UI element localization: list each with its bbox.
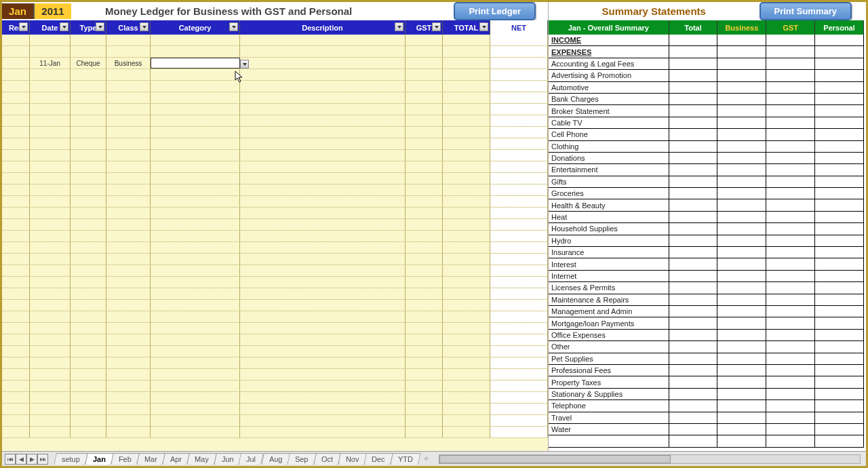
cell[interactable] xyxy=(443,35,490,45)
summary-value[interactable] xyxy=(766,117,815,129)
cell[interactable] xyxy=(106,35,151,45)
cell[interactable] xyxy=(443,231,490,241)
cell[interactable] xyxy=(106,254,151,265)
cell[interactable] xyxy=(71,161,106,172)
cell[interactable] xyxy=(106,415,151,426)
summary-value[interactable] xyxy=(815,153,864,164)
cell[interactable] xyxy=(240,35,406,45)
cell[interactable] xyxy=(443,415,490,426)
summary-row[interactable]: Health & Beauty xyxy=(549,199,864,211)
cell[interactable] xyxy=(240,369,406,380)
summary-value[interactable] xyxy=(717,223,766,235)
cell[interactable] xyxy=(490,381,548,391)
cell[interactable] xyxy=(71,184,106,195)
cell[interactable] xyxy=(71,69,106,80)
cell[interactable] xyxy=(240,161,406,172)
cell[interactable] xyxy=(71,46,106,57)
cell[interactable] xyxy=(30,254,71,265)
summary-value[interactable] xyxy=(766,212,815,223)
summary-value[interactable] xyxy=(717,94,766,105)
summary-value[interactable] xyxy=(766,164,815,176)
dropdown-icon[interactable] xyxy=(240,60,249,69)
cell[interactable] xyxy=(490,161,548,172)
cell[interactable] xyxy=(406,208,443,218)
cell[interactable] xyxy=(71,196,106,207)
cell[interactable] xyxy=(406,265,443,276)
summary-value[interactable] xyxy=(717,412,766,424)
summary-row[interactable]: Office Expenses xyxy=(549,330,864,341)
summary-value[interactable] xyxy=(815,164,864,176)
cell[interactable] xyxy=(71,219,106,230)
summary-value[interactable] xyxy=(669,176,718,188)
summary-value[interactable] xyxy=(669,235,718,247)
cell[interactable] xyxy=(443,58,490,69)
cell[interactable] xyxy=(443,311,490,322)
cell[interactable] xyxy=(151,300,240,311)
cell[interactable] xyxy=(490,254,548,265)
summary-value[interactable] xyxy=(766,199,815,211)
cell[interactable] xyxy=(240,81,406,92)
summary-row[interactable]: Maintenance & Repairs xyxy=(549,294,864,306)
cell[interactable] xyxy=(106,104,151,115)
cell[interactable] xyxy=(30,161,71,172)
cell[interactable] xyxy=(71,138,106,149)
tab-nav-last[interactable]: ⏭ xyxy=(37,454,48,465)
cell[interactable] xyxy=(443,173,490,184)
summary-value[interactable] xyxy=(766,82,815,94)
col-class[interactable]: Class xyxy=(106,20,151,35)
cell[interactable]: Cheque xyxy=(71,58,106,69)
cell[interactable] xyxy=(151,127,240,138)
sheet-tab-feb[interactable]: Feb xyxy=(111,453,140,465)
cell[interactable] xyxy=(490,404,548,414)
summary-value[interactable] xyxy=(766,35,815,46)
summary-value[interactable] xyxy=(766,58,815,70)
cell[interactable] xyxy=(151,392,240,403)
cell[interactable] xyxy=(2,35,30,45)
cell[interactable] xyxy=(106,334,151,345)
cell[interactable] xyxy=(106,311,151,322)
summary-value[interactable] xyxy=(815,389,864,400)
table-row[interactable] xyxy=(2,184,548,196)
cell[interactable] xyxy=(106,161,151,172)
cell[interactable] xyxy=(106,346,151,357)
summary-row[interactable]: Advertising & Promotion xyxy=(549,70,864,81)
cell[interactable] xyxy=(406,311,443,322)
summary-value[interactable] xyxy=(717,35,766,46)
cell[interactable] xyxy=(2,381,30,391)
summary-value[interactable] xyxy=(717,317,766,329)
cell[interactable] xyxy=(2,427,30,437)
summary-value[interactable] xyxy=(766,188,815,199)
cell[interactable] xyxy=(443,357,490,368)
cell[interactable] xyxy=(490,69,548,80)
cell[interactable] xyxy=(240,357,406,368)
summary-value[interactable] xyxy=(669,400,718,412)
cell[interactable] xyxy=(71,231,106,241)
table-row[interactable] xyxy=(2,346,548,357)
cell[interactable] xyxy=(30,311,71,322)
table-row[interactable] xyxy=(2,35,548,46)
summary-value[interactable] xyxy=(766,424,815,435)
cell[interactable] xyxy=(106,288,151,299)
summary-row[interactable]: Gifts xyxy=(549,176,864,188)
cell[interactable] xyxy=(71,427,106,437)
cell[interactable] xyxy=(2,357,30,368)
cell[interactable] xyxy=(30,115,71,126)
cell[interactable] xyxy=(406,81,443,92)
summary-grid[interactable]: INCOMEEXPENSESAccounting & Legal FeesAdv… xyxy=(549,35,864,451)
summary-row[interactable]: Bank Charges xyxy=(549,94,864,105)
summary-value[interactable] xyxy=(815,212,864,223)
summary-value[interactable] xyxy=(815,376,864,388)
scrollbar-thumb[interactable] xyxy=(439,455,671,463)
filter-icon[interactable] xyxy=(19,22,28,31)
cell[interactable] xyxy=(71,334,106,345)
cell[interactable] xyxy=(406,150,443,161)
cell[interactable] xyxy=(30,208,71,218)
cell[interactable] xyxy=(151,254,240,265)
summary-value[interactable] xyxy=(717,141,766,153)
cell[interactable] xyxy=(490,184,548,195)
cell[interactable] xyxy=(406,46,443,57)
summary-value[interactable] xyxy=(815,129,864,140)
summary-value[interactable] xyxy=(766,435,815,447)
summary-value[interactable] xyxy=(766,271,815,282)
summary-row[interactable]: Telephone xyxy=(549,400,864,412)
